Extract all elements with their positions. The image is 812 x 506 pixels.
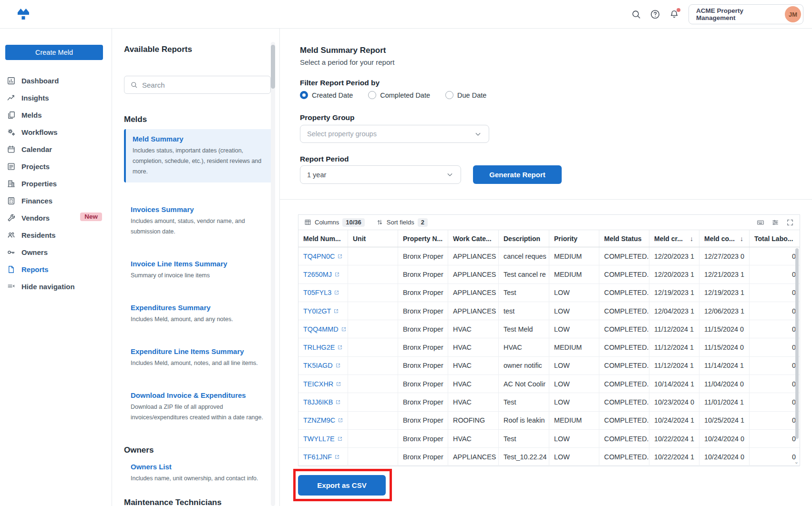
- meld-number-cell[interactable]: TZNZM9C: [298, 412, 348, 429]
- sidebar-item-label: Hide navigation: [21, 283, 75, 291]
- sidebar-item-reports[interactable]: Reports: [0, 261, 112, 278]
- table-row: TZNZM9CBronx ProperROOFINGRoof is leakin…: [298, 412, 800, 430]
- create-meld-button[interactable]: Create Meld: [5, 45, 103, 60]
- panel-scrollbar-thumb[interactable]: [271, 45, 275, 89]
- column-header[interactable]: Property N...: [398, 230, 448, 247]
- table-cell: 10/14/2024 1: [649, 375, 699, 393]
- column-header[interactable]: Meld co...↓: [699, 230, 750, 247]
- report-item-owners-list[interactable]: Owners List Includes name, unit ownershi…: [124, 463, 267, 484]
- column-header[interactable]: Meld Status: [599, 230, 649, 247]
- radio-due-date[interactable]: Due Date: [445, 91, 486, 99]
- sidebar-item-label: Insights: [21, 94, 49, 102]
- meld-link[interactable]: TEICXHR: [303, 380, 333, 388]
- sidebar-item-label: Owners: [21, 248, 48, 256]
- meld-number-cell[interactable]: T2650MJ: [298, 265, 348, 283]
- column-header[interactable]: Work Cate...: [448, 230, 499, 247]
- meld-link[interactable]: TF61JNF: [303, 453, 332, 461]
- column-header[interactable]: Total Labo...: [750, 230, 801, 247]
- report-item-invoice-line-items[interactable]: Invoice Line Items Summary Summary of in…: [124, 260, 267, 281]
- generate-report-button[interactable]: Generate Report: [473, 165, 562, 184]
- report-item-download-invoice-expenditures[interactable]: Download Invoice & Expenditures Download…: [124, 391, 267, 423]
- meld-number-cell[interactable]: TY0I2GT: [298, 302, 348, 320]
- report-title[interactable]: Download Invoice & Expenditures: [131, 391, 267, 399]
- expand-fullscreen-icon[interactable]: [786, 219, 794, 226]
- radio-completed-date[interactable]: Completed Date: [368, 91, 430, 99]
- reports-search[interactable]: [124, 76, 271, 94]
- meld-number-cell[interactable]: T05FYL3: [298, 284, 348, 302]
- section-heading-owners: Owners: [124, 445, 260, 455]
- report-item-invoices-summary[interactable]: Invoices Summary Includes amount, status…: [124, 205, 267, 237]
- sort-fields-count[interactable]: 2: [418, 218, 428, 227]
- column-header[interactable]: Meld Num...: [298, 230, 348, 247]
- columns-count[interactable]: 10/36: [342, 218, 365, 227]
- sidebar-item-projects[interactable]: Projects: [0, 158, 112, 175]
- columns-control[interactable]: Columns: [315, 219, 339, 226]
- search-icon[interactable]: [631, 9, 641, 20]
- export-csv-button[interactable]: Export as CSV: [298, 475, 386, 496]
- sidebar-item-dashboard[interactable]: Dashboard: [0, 72, 112, 89]
- report-title[interactable]: Invoices Summary: [131, 205, 267, 213]
- meld-number-cell[interactable]: TRLHG2E: [298, 338, 348, 356]
- notifications-bell-icon[interactable]: [669, 9, 679, 20]
- meld-number-cell[interactable]: TF61JNF: [298, 448, 348, 466]
- table-cell: Test_10.22.24: [499, 448, 549, 466]
- report-item-meld-summary[interactable]: Meld Summary Includes status, important …: [124, 129, 273, 182]
- meld-link[interactable]: TK5IAGD: [303, 362, 333, 369]
- report-title[interactable]: Invoice Line Items Summary: [131, 260, 267, 268]
- account-menu[interactable]: ACME Property Management JM: [689, 4, 803, 24]
- radio-created-date[interactable]: Created Date: [300, 91, 353, 99]
- table-cell: 0: [750, 338, 801, 356]
- meld-link[interactable]: TZNZM9C: [303, 416, 335, 424]
- view-settings-sliders-icon[interactable]: [771, 219, 779, 226]
- meld-number-cell[interactable]: TQQ4MMD: [298, 320, 348, 338]
- property-group-select[interactable]: Select property groups: [300, 125, 489, 143]
- meld-number-cell[interactable]: TK5IAGD: [298, 357, 348, 374]
- meld-link[interactable]: T05FYL3: [303, 289, 331, 296]
- help-icon[interactable]: [650, 9, 660, 20]
- report-item-expenditures-summary[interactable]: Expenditures Summary Includes Meld, amou…: [124, 304, 267, 324]
- report-title[interactable]: Expenditures Summary: [131, 304, 267, 312]
- meld-link[interactable]: T8JJ6IKB: [303, 398, 333, 406]
- table-cell: COMPLETED.: [599, 412, 649, 429]
- meld-number-cell[interactable]: TEICXHR: [298, 375, 348, 393]
- meld-link[interactable]: TRLHG2E: [303, 344, 335, 351]
- table-scrollbar-thumb[interactable]: [795, 248, 799, 439]
- report-title[interactable]: Meld Summary: [133, 135, 266, 143]
- sidebar-item-workflows[interactable]: Workflows: [0, 123, 112, 141]
- table-cell: 11/12/2024 1: [649, 338, 699, 356]
- report-item-expenditure-line-items[interactable]: Expenditure Line Items Summary Includes …: [124, 347, 267, 368]
- meld-number-cell[interactable]: T8JJ6IKB: [298, 393, 348, 411]
- scroll-down-icon[interactable]: ⌄: [794, 459, 799, 465]
- sort-fields-control[interactable]: Sort fields: [387, 219, 414, 226]
- column-header[interactable]: Priority: [549, 230, 599, 247]
- report-period-label: Report Period: [300, 155, 349, 163]
- sidebar-item-properties[interactable]: Properties: [0, 175, 112, 192]
- column-header[interactable]: Meld cr...↓: [649, 230, 699, 247]
- reports-search-input[interactable]: [142, 81, 265, 89]
- sidebar-item-vendors[interactable]: Vendors New: [0, 209, 112, 226]
- meld-link[interactable]: TY0I2GT: [303, 307, 331, 315]
- external-link-icon: [341, 326, 347, 332]
- keyboard-shortcuts-icon[interactable]: [757, 219, 764, 226]
- column-header[interactable]: Description: [499, 230, 549, 247]
- report-title[interactable]: Owners List: [131, 463, 267, 471]
- sidebar-item-calendar[interactable]: Calendar: [0, 141, 112, 158]
- panel-scrollbar-track[interactable]: [271, 42, 275, 506]
- sidebar-item-residents[interactable]: Residents: [0, 226, 112, 243]
- report-title[interactable]: Expenditure Line Items Summary: [131, 347, 267, 355]
- sidebar-item-finances[interactable]: Finances: [0, 192, 112, 209]
- sidebar-item-owners[interactable]: Owners: [0, 243, 112, 261]
- report-period-select[interactable]: 1 year: [300, 165, 461, 184]
- sidebar-item-melds[interactable]: Melds: [0, 106, 112, 123]
- column-header[interactable]: Unit: [348, 230, 398, 247]
- meld-link[interactable]: TWYLL7E: [303, 435, 335, 443]
- meld-number-cell[interactable]: TWYLL7E: [298, 430, 348, 447]
- meld-link[interactable]: T2650MJ: [303, 271, 332, 278]
- sidebar-item-insights[interactable]: Insights: [0, 89, 112, 106]
- meld-number-cell[interactable]: TQ4PN0C: [298, 247, 348, 265]
- table-cell: Bronx Proper: [398, 430, 448, 447]
- table-cell: [348, 247, 398, 265]
- meld-link[interactable]: TQQ4MMD: [303, 325, 339, 333]
- hide-navigation[interactable]: Hide navigation: [0, 278, 112, 295]
- meld-link[interactable]: TQ4PN0C: [303, 253, 335, 260]
